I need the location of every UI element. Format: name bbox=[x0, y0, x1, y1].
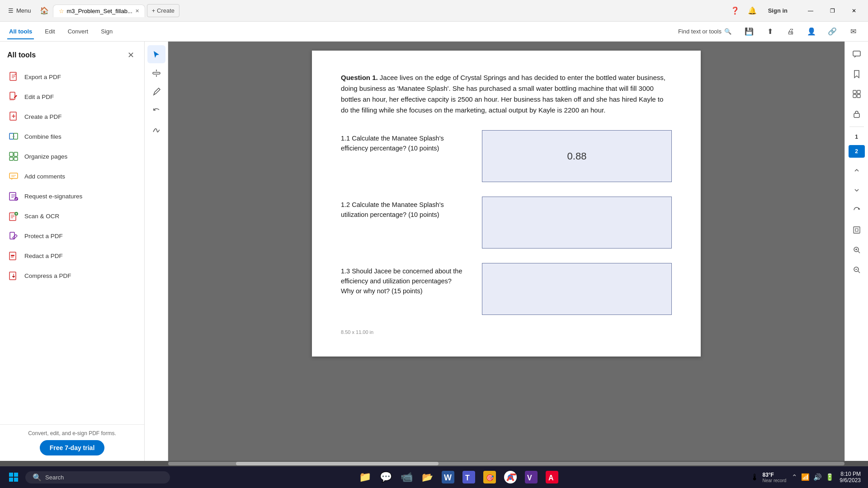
zoom-in-button[interactable] bbox=[848, 241, 866, 259]
close-button[interactable]: ✕ bbox=[844, 4, 864, 18]
expand-tray-icon[interactable]: ⌃ bbox=[792, 473, 797, 481]
panel-header: All tools ✕ bbox=[0, 42, 144, 65]
extract-button[interactable] bbox=[848, 221, 866, 239]
minimize-button[interactable]: — bbox=[800, 4, 821, 18]
panel-item-create-pdf[interactable]: Create a PDF bbox=[4, 107, 141, 127]
page-1-button[interactable]: 1 bbox=[849, 131, 865, 143]
select-tool-button[interactable] bbox=[147, 45, 165, 63]
page-1-label: 1 bbox=[855, 134, 858, 140]
panel-item-organize[interactable]: Organize pages bbox=[4, 146, 141, 166]
active-tab[interactable]: ☆ m3_Problem_Set_fillab... ✕ bbox=[53, 5, 145, 17]
home-button[interactable]: 🏠 bbox=[38, 4, 51, 18]
scroll-down-button[interactable] bbox=[848, 181, 866, 199]
panel-item-export-pdf[interactable]: Export a PDF bbox=[4, 67, 141, 87]
taskbar-app-vscode[interactable]: V bbox=[521, 467, 541, 487]
page-2-button[interactable]: 2 bbox=[849, 145, 865, 158]
panel-item-compress[interactable]: Compress a PDF bbox=[4, 266, 141, 286]
svg-rect-29 bbox=[9, 473, 13, 477]
trial-button[interactable]: Free 7-day trial bbox=[40, 440, 105, 455]
hamburger-icon: ☰ bbox=[8, 7, 14, 14]
find-tools-button[interactable]: Find text or tools 🔍 bbox=[674, 26, 736, 37]
refresh-button[interactable] bbox=[848, 201, 866, 219]
q2-text: 1.2 Calculate the Manatee Splash's utili… bbox=[341, 197, 464, 220]
taskbar-search-box[interactable]: 🔍 Search bbox=[25, 471, 170, 483]
svg-text:V: V bbox=[527, 474, 532, 482]
taskbar-app-acrobat[interactable]: A bbox=[542, 467, 562, 487]
print-button[interactable]: 🖨 bbox=[783, 24, 798, 39]
taskbar-app-chrome[interactable] bbox=[500, 467, 520, 487]
q2-answer-box[interactable] bbox=[482, 197, 672, 249]
svg-rect-21 bbox=[853, 90, 856, 94]
taskbar-apps: 📁 💬 📹 📂 W T 🎯 V A bbox=[172, 467, 745, 487]
tab-sign[interactable]: Sign bbox=[99, 23, 114, 39]
help-icon: ❓ bbox=[731, 6, 740, 15]
help-button[interactable]: ❓ bbox=[728, 4, 742, 18]
link-button[interactable]: 🔗 bbox=[825, 24, 840, 39]
panel-item-request-esign[interactable]: Request e-signatures bbox=[4, 186, 141, 206]
user-button[interactable]: 👤 bbox=[804, 24, 819, 39]
browser-controls: ❓ 🔔 Sign in — ❐ ✕ bbox=[728, 4, 864, 18]
menu-button[interactable]: ☰ Menu bbox=[4, 5, 36, 17]
taskbar-app-chat[interactable]: 💬 bbox=[376, 467, 396, 487]
comments-panel-button[interactable] bbox=[848, 45, 866, 63]
bookmarks-panel-button[interactable] bbox=[848, 65, 866, 83]
annotation-tool-button[interactable] bbox=[147, 64, 165, 82]
clock-widget[interactable]: 8:10 PM 9/6/2023 bbox=[836, 469, 864, 485]
volume-icon[interactable]: 🔊 bbox=[813, 473, 822, 481]
panel-item-edit-pdf[interactable]: Edit a PDF bbox=[4, 87, 141, 107]
organize-pages-icon bbox=[8, 151, 19, 162]
pdf-scrollbar[interactable] bbox=[0, 461, 868, 466]
email-button[interactable]: ✉ bbox=[845, 24, 861, 39]
signature-tool-button[interactable] bbox=[147, 121, 165, 139]
minimize-icon: — bbox=[808, 8, 813, 14]
panel-close-button[interactable]: ✕ bbox=[124, 49, 137, 61]
panel-item-scan-ocr[interactable]: Scan & OCR bbox=[4, 206, 141, 226]
protect-pdf-label: Protect a PDF bbox=[24, 233, 63, 239]
panel-items-list: Export a PDF Edit a PDF Create a PDF Com… bbox=[0, 65, 144, 424]
save-button[interactable]: 💾 bbox=[741, 24, 757, 39]
panel-item-redact[interactable]: Redact a PDF bbox=[4, 246, 141, 266]
tab-all-tools[interactable]: All tools bbox=[7, 23, 34, 39]
tab-edit[interactable]: Edit bbox=[43, 23, 57, 39]
tab-convert[interactable]: Convert bbox=[66, 23, 90, 39]
svg-rect-25 bbox=[854, 113, 859, 117]
undo-tool-button[interactable] bbox=[147, 102, 165, 120]
taskbar-app-misc1[interactable]: 🎯 bbox=[480, 467, 500, 487]
pen-tool-button[interactable] bbox=[147, 83, 165, 101]
q3-answer-box[interactable] bbox=[482, 263, 672, 315]
question-title-bold: Question 1. bbox=[341, 74, 378, 81]
taskbar-search-text: Search bbox=[45, 474, 64, 481]
upload-button[interactable]: ⬆ bbox=[762, 24, 778, 39]
q1-answer-box[interactable]: 0.88 bbox=[482, 130, 672, 182]
pdf-page: Question 1. Jacee lives on the edge of C… bbox=[312, 51, 701, 357]
panel-item-comments[interactable]: Add comments bbox=[4, 166, 141, 186]
svg-rect-7 bbox=[14, 152, 18, 156]
battery-icon[interactable]: 🔋 bbox=[826, 473, 834, 481]
question-intro-body: Jacee lives on the edge of Crystal Sprin… bbox=[341, 74, 665, 114]
maximize-button[interactable]: ❐ bbox=[822, 4, 843, 18]
svg-rect-23 bbox=[853, 94, 856, 98]
taskbar-app-teams-video[interactable]: 📹 bbox=[396, 467, 416, 487]
new-tab-button[interactable]: + Create bbox=[147, 4, 179, 17]
panel-item-combine[interactable]: Combine files bbox=[4, 127, 141, 146]
weather-widget[interactable]: 🌡 83°F Near record bbox=[747, 470, 790, 485]
weather-temp: 83°F bbox=[762, 472, 786, 478]
taskbar-app-teams[interactable]: T bbox=[459, 467, 479, 487]
zoom-out-button[interactable] bbox=[848, 261, 866, 279]
right-sidebar: 1 2 bbox=[844, 42, 868, 461]
taskbar-app-explorer[interactable]: 📁 bbox=[355, 467, 375, 487]
lock-button[interactable] bbox=[848, 105, 866, 123]
sign-in-button[interactable]: Sign in bbox=[763, 5, 793, 16]
notification-button[interactable]: 🔔 bbox=[745, 4, 759, 18]
taskbar-app-files[interactable]: 📂 bbox=[417, 467, 437, 487]
scroll-up-button[interactable] bbox=[848, 161, 866, 179]
create-pdf-icon bbox=[8, 111, 19, 122]
wifi-icon[interactable]: 📶 bbox=[801, 473, 810, 481]
pdf-viewer[interactable]: Question 1. Jacee lives on the edge of C… bbox=[168, 42, 844, 461]
taskbar-app-word[interactable]: W bbox=[438, 467, 458, 487]
pages-panel-button[interactable] bbox=[848, 85, 866, 103]
page-2-label: 2 bbox=[855, 148, 858, 155]
panel-item-protect[interactable]: Protect a PDF bbox=[4, 226, 141, 246]
tab-close-icon[interactable]: ✕ bbox=[135, 8, 139, 14]
start-button[interactable] bbox=[4, 467, 24, 487]
